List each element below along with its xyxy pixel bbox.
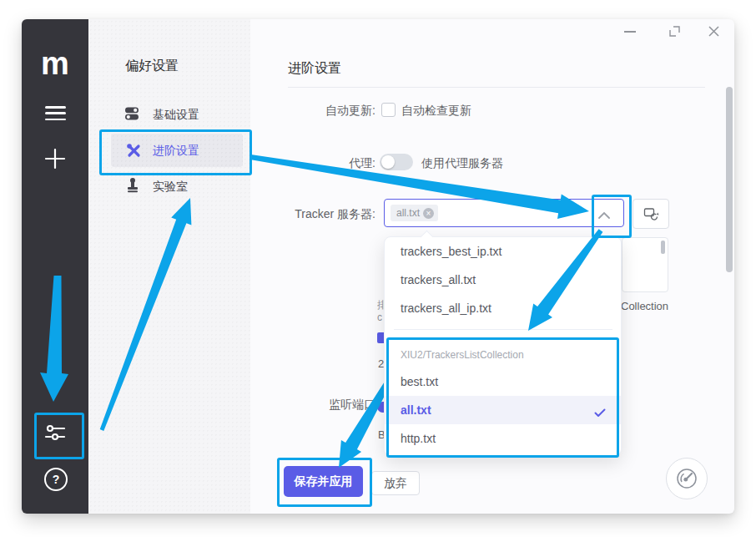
proxy-toggle[interactable] bbox=[380, 154, 413, 170]
maximize-button[interactable] bbox=[668, 25, 681, 41]
annotation-box-dropdown-group bbox=[386, 337, 619, 458]
task-list-icon[interactable] bbox=[45, 106, 66, 124]
annotation-box-preferences-icon bbox=[34, 413, 84, 459]
sidebar-item-basic-settings[interactable]: 基础设置 bbox=[153, 108, 199, 123]
hint-text-fragment-1: 排 bbox=[377, 298, 384, 312]
proxy-option-label: 使用代理服务器 bbox=[421, 156, 503, 171]
tracker-tag[interactable]: all.txt × bbox=[391, 205, 438, 221]
title-divider bbox=[288, 87, 705, 88]
preferences-sidebar bbox=[88, 19, 250, 514]
screen-refresh-icon bbox=[643, 207, 659, 220]
page-title: 进阶设置 bbox=[288, 60, 341, 78]
dropdown-divider bbox=[394, 329, 612, 330]
minimize-button[interactable] bbox=[624, 31, 636, 33]
discard-button[interactable]: 放弃 bbox=[371, 471, 420, 495]
dropdown-option[interactable]: trackers_best_ip.txt bbox=[385, 237, 621, 266]
auto-update-label: 自动更新: bbox=[250, 104, 375, 119]
annotation-box-advanced-settings bbox=[99, 129, 252, 175]
maximize-icon bbox=[668, 25, 681, 38]
toggle-knob bbox=[381, 155, 395, 169]
motrix-logo: m bbox=[38, 48, 72, 79]
desktop-background: m ? 偏好设置 基础设置 进阶设置 实验室 bbox=[0, 0, 756, 537]
dropdown-option[interactable]: trackers_all_ip.txt bbox=[385, 294, 621, 322]
plus-icon bbox=[43, 147, 67, 170]
add-task-icon[interactable] bbox=[43, 147, 67, 170]
auto-update-checkbox[interactable] bbox=[381, 103, 396, 117]
window-scrollbar[interactable] bbox=[726, 87, 733, 272]
preferences-title: 偏好设置 bbox=[125, 58, 179, 75]
listen-port-label: 监听端口 bbox=[250, 398, 375, 413]
dropdown-option[interactable]: trackers_all.txt bbox=[385, 266, 621, 294]
annotation-box-chevron bbox=[592, 195, 632, 238]
letter-fragment: B bbox=[378, 428, 384, 441]
tracker-label: Tracker 服务器: bbox=[250, 207, 375, 222]
hint-text-fragment-2: c bbox=[377, 312, 384, 323]
speed-gauge-icon bbox=[675, 467, 698, 490]
textarea-scrollbar[interactable] bbox=[661, 241, 665, 254]
close-button[interactable] bbox=[708, 25, 720, 41]
tracker-textarea-fragment[interactable] bbox=[622, 237, 668, 292]
sidebar-item-lab[interactable]: 实验室 bbox=[153, 180, 188, 195]
tag-remove-icon[interactable]: × bbox=[423, 208, 434, 219]
annotation-box-save-button bbox=[277, 458, 372, 507]
close-icon bbox=[708, 25, 720, 38]
engine-status-button[interactable] bbox=[666, 458, 708, 499]
help-icon[interactable]: ? bbox=[44, 468, 68, 491]
sync-trackers-button[interactable] bbox=[633, 199, 669, 229]
auto-update-option-label: 自动检查更新 bbox=[401, 104, 471, 119]
proxy-label: 代理: bbox=[250, 156, 375, 171]
number-fragment: 2 bbox=[378, 357, 384, 370]
collection-text-fragment: Collection bbox=[621, 300, 668, 312]
lab-icon bbox=[126, 177, 139, 196]
basic-settings-icon bbox=[124, 107, 139, 124]
tracker-tag-label: all.txt bbox=[396, 207, 420, 219]
